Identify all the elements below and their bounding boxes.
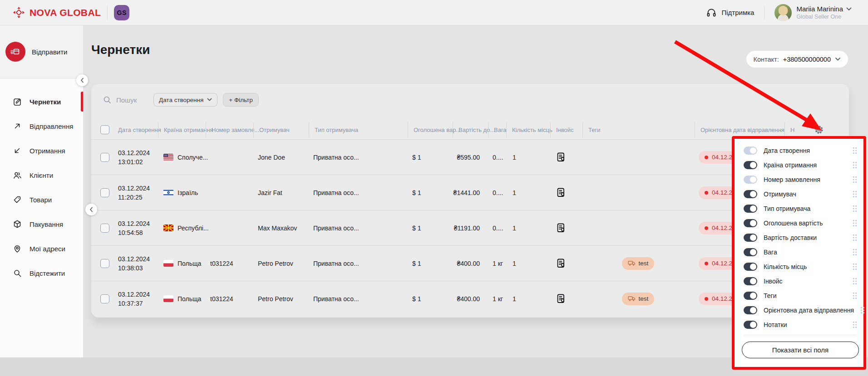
parcel-send-icon <box>10 46 21 57</box>
cell-country: Сполуче... <box>163 140 208 175</box>
toggle-switch[interactable] <box>744 219 757 227</box>
toggle-switch[interactable] <box>744 161 757 169</box>
sidebar-item-shipments[interactable]: Відправлення <box>0 114 83 138</box>
toggle-label: Дата створення <box>764 147 846 154</box>
filter-button[interactable]: + Фільтр <box>223 93 258 107</box>
column-header[interactable]: Отримувач <box>253 122 290 137</box>
cell-recipient: Petro Petrov <box>258 281 293 316</box>
table-collapse-button[interactable] <box>85 204 97 215</box>
toggle-label: Кількість місць <box>764 263 846 270</box>
sidebar-item-receiving[interactable]: Отримання <box>0 138 83 163</box>
column-header[interactable]: Країна отримання <box>158 122 213 137</box>
invoice-document-icon[interactable] <box>555 151 567 163</box>
cell-invoice <box>555 281 567 316</box>
column-header[interactable]: Інвойс <box>550 122 574 137</box>
drag-handle-icon[interactable] <box>853 292 857 299</box>
sidebar-item-label: Відстежити <box>30 269 65 277</box>
user-name: Mariia Marinina <box>796 5 843 13</box>
drag-handle-icon[interactable] <box>853 234 857 241</box>
column-header[interactable]: Кількість місць <box>506 122 552 137</box>
show-all-fields-button[interactable]: Показати всі поля <box>742 342 859 358</box>
toggle-switch[interactable] <box>744 306 757 314</box>
invoice-document-icon[interactable] <box>555 187 567 198</box>
sidebar-item-packaging[interactable]: Пакування <box>0 212 83 236</box>
cell-recipient: Petro Petrov <box>258 246 293 281</box>
clients-icon <box>12 170 22 180</box>
support-button[interactable]: Підтримка <box>706 7 754 18</box>
sort-label: Дата створення <box>159 97 203 103</box>
toggle-switch[interactable] <box>744 146 757 155</box>
cell-weight: 0.... <box>493 175 503 210</box>
sidebar-item-drafts[interactable]: Чернетки <box>0 89 83 114</box>
row-checkbox[interactable] <box>100 224 109 233</box>
toggle-switch[interactable] <box>744 190 757 198</box>
truck-icon <box>628 260 636 266</box>
toggle-switch[interactable] <box>744 205 757 213</box>
column-header[interactable]: Н <box>784 122 794 137</box>
drag-handle-icon[interactable] <box>853 249 857 256</box>
contact-selector[interactable]: Контакт: +380500000000 <box>746 51 848 68</box>
brand-logo[interactable]: NOVA GLOBAL <box>13 6 101 19</box>
sidebar-item-addresses[interactable]: Мої адреси <box>0 236 83 261</box>
sidebar-item-clients[interactable]: Клієнти <box>0 163 83 187</box>
row-checkbox[interactable] <box>100 188 109 197</box>
toggle-switch[interactable] <box>744 234 757 242</box>
invoice-document-icon[interactable] <box>555 293 567 304</box>
column-header[interactable]: Вага <box>488 122 507 137</box>
drag-handle-icon[interactable] <box>860 307 865 314</box>
contact-value: +380500000000 <box>783 56 831 63</box>
row-checkbox[interactable] <box>100 259 109 268</box>
gs-workspace-badge[interactable]: GS <box>114 5 129 20</box>
column-header[interactable]: Тип отримувача <box>309 122 358 137</box>
flag-usa-icon <box>163 154 173 161</box>
gear-icon <box>814 125 824 135</box>
profile-menu[interactable]: Mariia Marinina Global Seller One <box>774 4 852 21</box>
toggle-switch[interactable] <box>744 292 757 300</box>
column-toggle-row: Вартість доставки <box>744 230 857 245</box>
drag-handle-icon[interactable] <box>853 147 857 154</box>
sort-dropdown[interactable]: Дата створення <box>153 93 217 107</box>
column-settings-button[interactable] <box>814 125 824 135</box>
cell-delivery-cost: ₴595.00 <box>436 140 480 175</box>
column-header[interactable]: Теги <box>582 122 600 137</box>
drag-handle-icon[interactable] <box>853 263 857 270</box>
search-field[interactable] <box>102 95 148 105</box>
send-button-label: Відправити <box>32 48 68 56</box>
column-header[interactable]: Орієнтовна дата відправлення <box>695 122 784 137</box>
search-input[interactable] <box>116 96 148 104</box>
cell-delivery-cost: ₴1441.00 <box>436 175 480 210</box>
sidebar-item-products[interactable]: Товари <box>0 187 83 212</box>
sidebar: Відправити Чернетки Відправлення Отриман… <box>0 25 83 357</box>
drag-handle-icon[interactable] <box>853 321 857 328</box>
drag-handle-icon[interactable] <box>853 176 857 183</box>
column-header[interactable]: Номер замовле... <box>206 122 259 137</box>
drag-handle-icon[interactable] <box>853 190 857 198</box>
drag-handle-icon[interactable] <box>853 205 857 212</box>
toggle-switch[interactable] <box>744 321 757 329</box>
sidebar-collapse-button[interactable] <box>76 74 88 86</box>
invoice-document-icon[interactable] <box>555 258 567 269</box>
avatar <box>774 4 792 21</box>
tag-badge[interactable]: test <box>622 257 655 270</box>
column-toggle-row: Інвойс <box>744 274 857 288</box>
toggle-switch[interactable] <box>744 176 757 184</box>
sidebar-item-track[interactable]: Відстежити <box>0 261 83 285</box>
select-all-checkbox[interactable] <box>100 125 109 134</box>
cell-declared-value: $ 1 <box>412 281 421 316</box>
send-button[interactable] <box>5 42 25 62</box>
invoice-document-icon[interactable] <box>555 222 567 234</box>
column-toggle-row: Теги <box>744 288 857 303</box>
column-toggle-row: Оголошена вартість <box>744 216 857 230</box>
toggle-switch[interactable] <box>744 277 757 285</box>
toggle-switch[interactable] <box>744 248 757 256</box>
tag-badge[interactable]: test <box>622 293 655 305</box>
row-checkbox[interactable] <box>100 153 109 162</box>
cell-places-count: 1 <box>513 246 516 281</box>
drag-handle-icon[interactable] <box>853 278 857 285</box>
drag-handle-icon[interactable] <box>853 161 857 169</box>
drag-handle-icon[interactable] <box>853 220 857 227</box>
sidebar-item-label: Отримання <box>30 147 65 155</box>
row-checkbox[interactable] <box>100 294 109 303</box>
column-header[interactable]: Дата створення <box>113 122 161 137</box>
toggle-switch[interactable] <box>744 263 757 271</box>
